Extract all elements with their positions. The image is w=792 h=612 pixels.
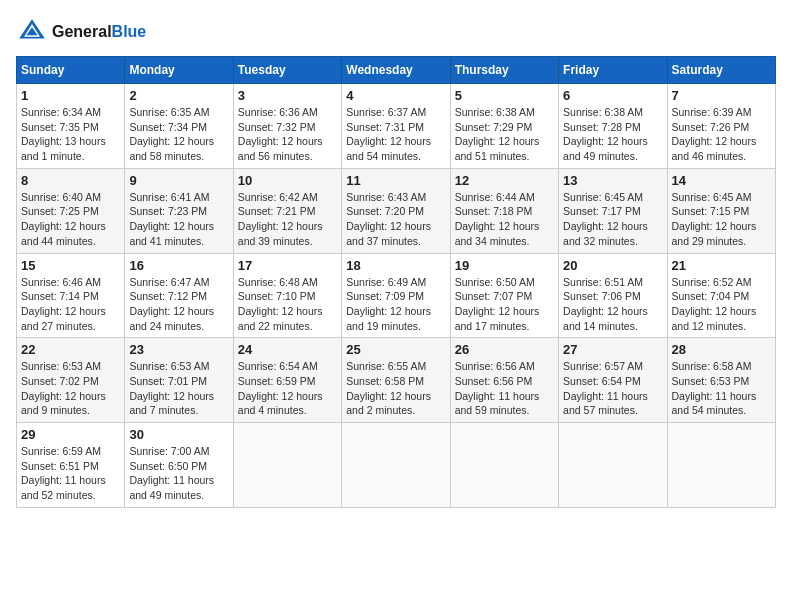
calendar-body: 1Sunrise: 6:34 AM Sunset: 7:35 PM Daylig…	[17, 84, 776, 508]
day-info: Sunrise: 6:36 AM Sunset: 7:32 PM Dayligh…	[238, 105, 337, 164]
calendar-cell: 7Sunrise: 6:39 AM Sunset: 7:26 PM Daylig…	[667, 84, 775, 169]
day-info: Sunrise: 6:58 AM Sunset: 6:53 PM Dayligh…	[672, 359, 771, 418]
day-number: 17	[238, 258, 337, 273]
day-info: Sunrise: 6:55 AM Sunset: 6:58 PM Dayligh…	[346, 359, 445, 418]
calendar-cell	[342, 423, 450, 508]
calendar-cell: 4Sunrise: 6:37 AM Sunset: 7:31 PM Daylig…	[342, 84, 450, 169]
day-number: 9	[129, 173, 228, 188]
calendar-cell: 9Sunrise: 6:41 AM Sunset: 7:23 PM Daylig…	[125, 168, 233, 253]
day-info: Sunrise: 6:42 AM Sunset: 7:21 PM Dayligh…	[238, 190, 337, 249]
day-number: 20	[563, 258, 662, 273]
calendar-week-4: 22Sunrise: 6:53 AM Sunset: 7:02 PM Dayli…	[17, 338, 776, 423]
day-info: Sunrise: 6:44 AM Sunset: 7:18 PM Dayligh…	[455, 190, 554, 249]
weekday-saturday: Saturday	[667, 57, 775, 84]
logo: GeneralBlue	[16, 16, 146, 48]
calendar-cell: 24Sunrise: 6:54 AM Sunset: 6:59 PM Dayli…	[233, 338, 341, 423]
day-info: Sunrise: 6:43 AM Sunset: 7:20 PM Dayligh…	[346, 190, 445, 249]
calendar-cell: 21Sunrise: 6:52 AM Sunset: 7:04 PM Dayli…	[667, 253, 775, 338]
day-info: Sunrise: 6:35 AM Sunset: 7:34 PM Dayligh…	[129, 105, 228, 164]
calendar-cell: 25Sunrise: 6:55 AM Sunset: 6:58 PM Dayli…	[342, 338, 450, 423]
weekday-sunday: Sunday	[17, 57, 125, 84]
day-info: Sunrise: 6:45 AM Sunset: 7:15 PM Dayligh…	[672, 190, 771, 249]
day-info: Sunrise: 6:53 AM Sunset: 7:02 PM Dayligh…	[21, 359, 120, 418]
day-number: 7	[672, 88, 771, 103]
calendar-cell: 2Sunrise: 6:35 AM Sunset: 7:34 PM Daylig…	[125, 84, 233, 169]
calendar-week-3: 15Sunrise: 6:46 AM Sunset: 7:14 PM Dayli…	[17, 253, 776, 338]
day-info: Sunrise: 6:59 AM Sunset: 6:51 PM Dayligh…	[21, 444, 120, 503]
day-number: 1	[21, 88, 120, 103]
calendar-week-1: 1Sunrise: 6:34 AM Sunset: 7:35 PM Daylig…	[17, 84, 776, 169]
calendar-cell: 26Sunrise: 6:56 AM Sunset: 6:56 PM Dayli…	[450, 338, 558, 423]
calendar-cell: 30Sunrise: 7:00 AM Sunset: 6:50 PM Dayli…	[125, 423, 233, 508]
day-info: Sunrise: 6:48 AM Sunset: 7:10 PM Dayligh…	[238, 275, 337, 334]
day-number: 2	[129, 88, 228, 103]
day-info: Sunrise: 6:37 AM Sunset: 7:31 PM Dayligh…	[346, 105, 445, 164]
calendar-cell: 5Sunrise: 6:38 AM Sunset: 7:29 PM Daylig…	[450, 84, 558, 169]
calendar-cell: 23Sunrise: 6:53 AM Sunset: 7:01 PM Dayli…	[125, 338, 233, 423]
day-info: Sunrise: 6:54 AM Sunset: 6:59 PM Dayligh…	[238, 359, 337, 418]
calendar-cell: 18Sunrise: 6:49 AM Sunset: 7:09 PM Dayli…	[342, 253, 450, 338]
day-number: 24	[238, 342, 337, 357]
calendar-cell	[450, 423, 558, 508]
day-number: 3	[238, 88, 337, 103]
day-number: 21	[672, 258, 771, 273]
day-number: 28	[672, 342, 771, 357]
day-number: 18	[346, 258, 445, 273]
day-info: Sunrise: 6:45 AM Sunset: 7:17 PM Dayligh…	[563, 190, 662, 249]
day-info: Sunrise: 6:34 AM Sunset: 7:35 PM Dayligh…	[21, 105, 120, 164]
day-number: 26	[455, 342, 554, 357]
calendar-cell: 19Sunrise: 6:50 AM Sunset: 7:07 PM Dayli…	[450, 253, 558, 338]
calendar-cell: 22Sunrise: 6:53 AM Sunset: 7:02 PM Dayli…	[17, 338, 125, 423]
calendar-cell: 27Sunrise: 6:57 AM Sunset: 6:54 PM Dayli…	[559, 338, 667, 423]
calendar-cell: 12Sunrise: 6:44 AM Sunset: 7:18 PM Dayli…	[450, 168, 558, 253]
day-info: Sunrise: 6:50 AM Sunset: 7:07 PM Dayligh…	[455, 275, 554, 334]
day-number: 15	[21, 258, 120, 273]
day-info: Sunrise: 6:46 AM Sunset: 7:14 PM Dayligh…	[21, 275, 120, 334]
calendar-cell: 20Sunrise: 6:51 AM Sunset: 7:06 PM Dayli…	[559, 253, 667, 338]
day-number: 27	[563, 342, 662, 357]
calendar-week-2: 8Sunrise: 6:40 AM Sunset: 7:25 PM Daylig…	[17, 168, 776, 253]
calendar-cell: 10Sunrise: 6:42 AM Sunset: 7:21 PM Dayli…	[233, 168, 341, 253]
day-info: Sunrise: 6:53 AM Sunset: 7:01 PM Dayligh…	[129, 359, 228, 418]
day-info: Sunrise: 6:39 AM Sunset: 7:26 PM Dayligh…	[672, 105, 771, 164]
calendar-cell: 14Sunrise: 6:45 AM Sunset: 7:15 PM Dayli…	[667, 168, 775, 253]
day-info: Sunrise: 6:38 AM Sunset: 7:29 PM Dayligh…	[455, 105, 554, 164]
calendar-cell: 17Sunrise: 6:48 AM Sunset: 7:10 PM Dayli…	[233, 253, 341, 338]
day-number: 22	[21, 342, 120, 357]
day-info: Sunrise: 6:38 AM Sunset: 7:28 PM Dayligh…	[563, 105, 662, 164]
day-info: Sunrise: 6:41 AM Sunset: 7:23 PM Dayligh…	[129, 190, 228, 249]
calendar-cell: 11Sunrise: 6:43 AM Sunset: 7:20 PM Dayli…	[342, 168, 450, 253]
day-number: 14	[672, 173, 771, 188]
day-info: Sunrise: 6:40 AM Sunset: 7:25 PM Dayligh…	[21, 190, 120, 249]
day-number: 25	[346, 342, 445, 357]
calendar-cell	[559, 423, 667, 508]
day-info: Sunrise: 6:57 AM Sunset: 6:54 PM Dayligh…	[563, 359, 662, 418]
weekday-monday: Monday	[125, 57, 233, 84]
weekday-tuesday: Tuesday	[233, 57, 341, 84]
page-header: GeneralBlue	[16, 16, 776, 48]
day-info: Sunrise: 6:49 AM Sunset: 7:09 PM Dayligh…	[346, 275, 445, 334]
logo-icon	[16, 16, 48, 48]
weekday-thursday: Thursday	[450, 57, 558, 84]
calendar-cell: 28Sunrise: 6:58 AM Sunset: 6:53 PM Dayli…	[667, 338, 775, 423]
weekday-wednesday: Wednesday	[342, 57, 450, 84]
calendar-cell: 29Sunrise: 6:59 AM Sunset: 6:51 PM Dayli…	[17, 423, 125, 508]
day-number: 16	[129, 258, 228, 273]
logo-text: GeneralBlue	[52, 23, 146, 41]
calendar-table: SundayMondayTuesdayWednesdayThursdayFrid…	[16, 56, 776, 508]
day-number: 5	[455, 88, 554, 103]
day-info: Sunrise: 7:00 AM Sunset: 6:50 PM Dayligh…	[129, 444, 228, 503]
calendar-cell: 8Sunrise: 6:40 AM Sunset: 7:25 PM Daylig…	[17, 168, 125, 253]
day-number: 12	[455, 173, 554, 188]
calendar-cell: 15Sunrise: 6:46 AM Sunset: 7:14 PM Dayli…	[17, 253, 125, 338]
calendar-cell: 3Sunrise: 6:36 AM Sunset: 7:32 PM Daylig…	[233, 84, 341, 169]
day-info: Sunrise: 6:51 AM Sunset: 7:06 PM Dayligh…	[563, 275, 662, 334]
day-number: 13	[563, 173, 662, 188]
weekday-header-row: SundayMondayTuesdayWednesdayThursdayFrid…	[17, 57, 776, 84]
calendar-cell: 1Sunrise: 6:34 AM Sunset: 7:35 PM Daylig…	[17, 84, 125, 169]
day-number: 23	[129, 342, 228, 357]
day-number: 8	[21, 173, 120, 188]
day-number: 11	[346, 173, 445, 188]
calendar-week-5: 29Sunrise: 6:59 AM Sunset: 6:51 PM Dayli…	[17, 423, 776, 508]
calendar-cell	[667, 423, 775, 508]
